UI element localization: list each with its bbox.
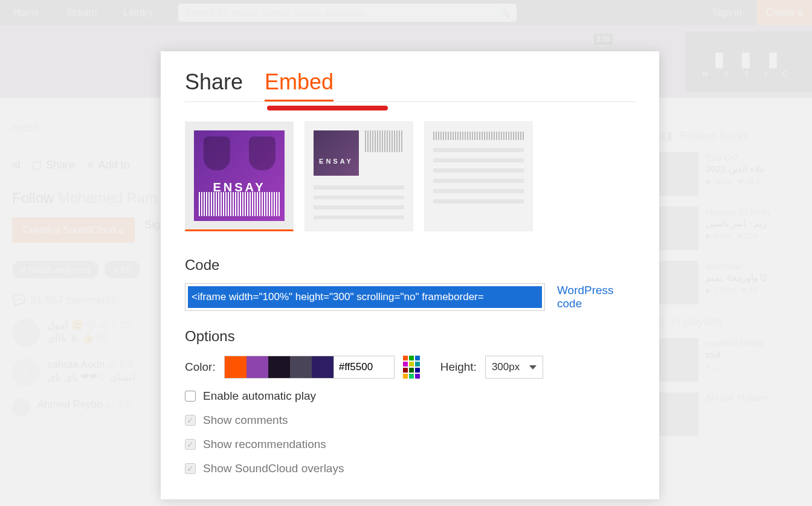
color-hex-input[interactable] [334, 356, 395, 379]
option-overlays-row[interactable]: ✓ Show SoundCloud overlays [185, 462, 635, 475]
checkbox-recommendations[interactable]: ✓ [185, 439, 196, 450]
waveform-icon [433, 132, 524, 140]
swatch-purple[interactable] [246, 356, 268, 378]
color-swatches [224, 356, 334, 379]
embed-preview-classic[interactable]: ENSAY [304, 121, 413, 231]
option-autoplay-row[interactable]: Enable automatic play [185, 389, 635, 403]
color-label: Color: [185, 360, 216, 374]
embed-preview-mini[interactable] [424, 121, 533, 231]
tab-embed[interactable]: Embed [265, 69, 334, 101]
embed-code-box [185, 283, 545, 311]
album-art: ENSAY [194, 130, 285, 221]
swatch-orange[interactable] [225, 356, 246, 378]
swatch-dark-navy[interactable] [268, 356, 290, 378]
embed-code-input[interactable] [188, 286, 542, 308]
code-heading: Code [185, 257, 635, 274]
option-comments-label: Show comments [203, 414, 288, 427]
height-label: Height: [440, 360, 477, 374]
chevron-down-icon [529, 365, 536, 370]
waveform-icon [365, 130, 402, 152]
height-select[interactable]: 300px [485, 356, 543, 379]
waveform-icon [199, 192, 280, 216]
swatch-deep-violet[interactable] [312, 356, 334, 378]
more-colors-icon[interactable] [403, 356, 421, 379]
checkbox-comments[interactable]: ✓ [185, 415, 196, 426]
tab-share[interactable]: Share [185, 69, 243, 101]
option-overlays-label: Show SoundCloud overlays [203, 462, 344, 475]
checkbox-overlays[interactable]: ✓ [185, 463, 196, 474]
swatch-grey-violet[interactable] [290, 356, 312, 378]
option-recommendations-row[interactable]: ✓ Show recommendations [185, 438, 635, 451]
option-recommendations-label: Show recommendations [203, 438, 326, 451]
annotation-red-underline [267, 106, 388, 110]
modal-tabs: Share Embed [185, 69, 635, 102]
checkbox-autoplay[interactable] [185, 391, 196, 402]
embed-preview-visual[interactable]: ENSAY [185, 121, 294, 231]
wordpress-code-link[interactable]: WordPress code [557, 284, 635, 310]
options-heading: Options [185, 328, 635, 345]
option-autoplay-label: Enable automatic play [203, 389, 316, 403]
option-comments-row[interactable]: ✓ Show comments [185, 414, 635, 427]
share-embed-modal: Share Embed ENSAY ENSAY Code [161, 51, 659, 499]
album-art: ENSAY [314, 130, 359, 176]
height-value: 300px [492, 361, 520, 373]
embed-style-previews: ENSAY ENSAY [185, 121, 635, 231]
